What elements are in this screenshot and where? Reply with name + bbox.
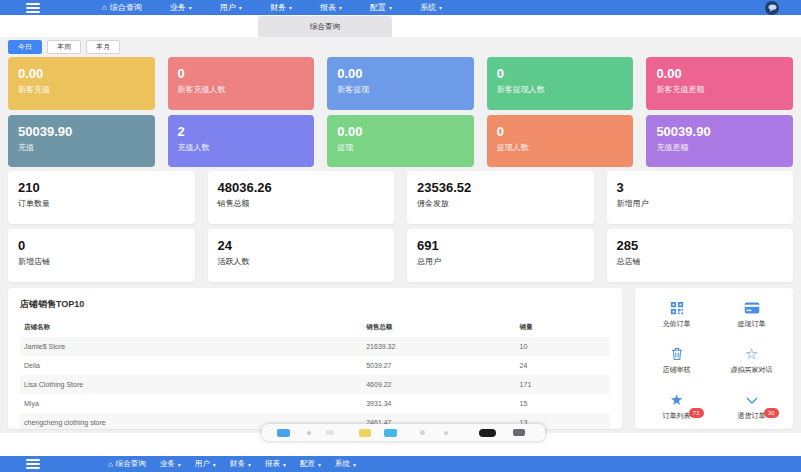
quick-link-recharge-orders[interactable]: 充值订单 — [639, 300, 714, 329]
hamburger-menu-icon[interactable] — [26, 3, 40, 13]
cell-amount: 5039.27 — [362, 356, 515, 375]
nav-label: 综合查询 — [110, 2, 142, 13]
quick-link-withdraw-orders[interactable]: 提现订单 — [714, 300, 789, 329]
stat-value: 0.00 — [337, 66, 474, 81]
stat-value: 3 — [617, 180, 794, 195]
quick-link-virtual-buyer-chat[interactable]: ☆ 虚拟买家对话 — [714, 346, 789, 375]
nav-label: 报表 — [320, 2, 336, 13]
dock-app-icon[interactable] — [326, 430, 334, 435]
filter-today-button[interactable]: 今日 — [8, 40, 42, 54]
cell-amount: 21639.32 — [362, 337, 515, 356]
stat-value: 0.00 — [18, 66, 155, 81]
dock-app-icon[interactable] — [513, 429, 525, 436]
dock-dot — [307, 431, 311, 435]
stat-card-withdraw: 0.00 提现 — [327, 115, 474, 167]
home-icon: ⌂ — [108, 460, 113, 469]
stat-label: 新客提现 — [337, 84, 474, 95]
cell-shop-name: Miya — [20, 394, 362, 413]
nav-item-overview[interactable]: ⌂ 综合查询 — [102, 2, 142, 13]
chevron-down-icon: ▾ — [389, 4, 392, 11]
stat-label: 活跃人数 — [218, 256, 395, 267]
quick-link-label: 退货订单30 — [738, 411, 766, 421]
chevron-down-icon: ▾ — [178, 461, 181, 468]
chevron-down-icon: ▾ — [283, 461, 286, 468]
chevron-down-icon: ▾ — [213, 461, 216, 468]
stat-value: 2 — [178, 124, 315, 139]
quick-link-label: 虚拟买家对话 — [731, 365, 773, 375]
nav-item-business[interactable]: 业务▾ — [160, 459, 181, 469]
top-nav-items: ⌂ 综合查询 业务▾ 用户▾ 财务▾ 报表▾ 配置▾ 系统▾ — [102, 2, 442, 13]
cell-shop-name: Delia — [20, 356, 362, 375]
stat-card-total-shops: 285 总店铺 — [607, 229, 794, 282]
stat-value: 210 — [18, 180, 195, 195]
dock-app-icon[interactable] — [277, 429, 290, 437]
chevron-down-icon: ▾ — [353, 461, 356, 468]
cell-qty: 24 — [516, 356, 610, 375]
stat-label: 提现人数 — [497, 142, 634, 153]
nav-item-system[interactable]: 系统▾ — [420, 2, 442, 13]
stat-value: 50039.90 — [18, 124, 155, 139]
nav-item-business[interactable]: 业务▾ — [170, 2, 192, 13]
dock-app-icon[interactable] — [359, 429, 371, 437]
stat-label: 新客充值差额 — [656, 84, 793, 95]
nav-label: 财务 — [270, 2, 286, 13]
stat-label: 充值差额 — [656, 142, 793, 153]
quick-link-return-orders[interactable]: 退货订单30 — [714, 392, 789, 421]
quick-link-order-list[interactable]: ★ 订单列表71 — [639, 392, 714, 421]
stat-value: 285 — [617, 238, 794, 253]
stat-card-commission-paid: 23536.52 佣金发放 — [407, 171, 594, 224]
column-header-shop-name: 店铺名称 — [20, 318, 362, 337]
nav-item-finance[interactable]: 财务▾ — [230, 459, 251, 469]
dock-app-icon[interactable] — [384, 429, 397, 437]
filter-month-button[interactable]: 本月 — [86, 40, 120, 54]
cell-amount: 3931.34 — [362, 394, 515, 413]
nav-item-users[interactable]: 用户▾ — [220, 2, 242, 13]
table-row: Jamie$ Store 21639.32 10 — [20, 337, 610, 356]
stat-value: 23536.52 — [417, 180, 594, 195]
filter-week-button[interactable]: 本周 — [47, 40, 81, 54]
stat-label: 新客充值 — [18, 84, 155, 95]
nav-label: 用户 — [220, 2, 236, 13]
quick-link-label: 充值订单 — [663, 319, 691, 329]
chevron-down-icon: ▾ — [189, 4, 192, 11]
floating-dock[interactable] — [262, 424, 545, 441]
nav-label: 配置 — [370, 2, 386, 13]
stat-card-recharge-diff: 50039.90 充值差额 — [646, 115, 793, 167]
star-outline-icon: ☆ — [745, 346, 758, 362]
messages-avatar-button[interactable] — [765, 1, 779, 15]
table-row: Delia 5039.27 24 — [20, 356, 610, 375]
nav-item-config[interactable]: 配置▾ — [370, 2, 392, 13]
stat-label: 新客提现人数 — [497, 84, 634, 95]
tab-overview-query[interactable]: 综合查询 — [258, 16, 392, 37]
table-row: Miya 3931.34 15 — [20, 394, 610, 413]
nav-item-finance[interactable]: 财务▾ — [270, 2, 292, 13]
quick-link-shop-review[interactable]: 店铺审核 — [639, 346, 714, 375]
nav-item-config[interactable]: 配置▾ — [300, 459, 321, 469]
stat-card-new-shops: 0 新增店铺 — [8, 229, 195, 282]
chat-bubble-icon — [768, 4, 777, 12]
nav-label: 业务 — [170, 2, 186, 13]
notification-badge: 30 — [764, 408, 779, 418]
nav-item-reports[interactable]: 报表▾ — [265, 459, 286, 469]
chevron-down-icon: ▾ — [248, 461, 251, 468]
stat-label: 销售总额 — [218, 198, 395, 209]
notification-badge: 71 — [689, 408, 704, 418]
stat-label: 充值人数 — [178, 142, 315, 153]
date-filters: 今日 本周 本月 — [8, 40, 120, 54]
star-filled-icon: ★ — [670, 392, 683, 408]
nav-item-overview[interactable]: ⌂ 综合查询 — [108, 459, 146, 469]
chevron-down-icon: ▾ — [239, 4, 242, 11]
tab-strip: 综合查询 — [0, 15, 801, 37]
chevron-down-icon: ▾ — [339, 4, 342, 11]
nav-item-system[interactable]: 系统▾ — [335, 459, 356, 469]
column-header-total-sales: 销售总额 — [362, 318, 515, 337]
trash-icon — [671, 346, 683, 362]
stat-value: 50039.90 — [656, 124, 793, 139]
hamburger-menu-icon[interactable] — [26, 459, 40, 469]
stat-card-new-customer-withdraw-count: 0 新客提现人数 — [487, 57, 634, 110]
cell-shop-name: Jamie$ Store — [20, 337, 362, 356]
dock-app-icon[interactable] — [479, 429, 496, 437]
nav-item-users[interactable]: 用户▾ — [195, 459, 216, 469]
shop-sales-top10-card: 店铺销售TOP10 店铺名称 销售总额 销量 Jamie$ Store 2163… — [8, 288, 622, 429]
nav-item-reports[interactable]: 报表▾ — [320, 2, 342, 13]
